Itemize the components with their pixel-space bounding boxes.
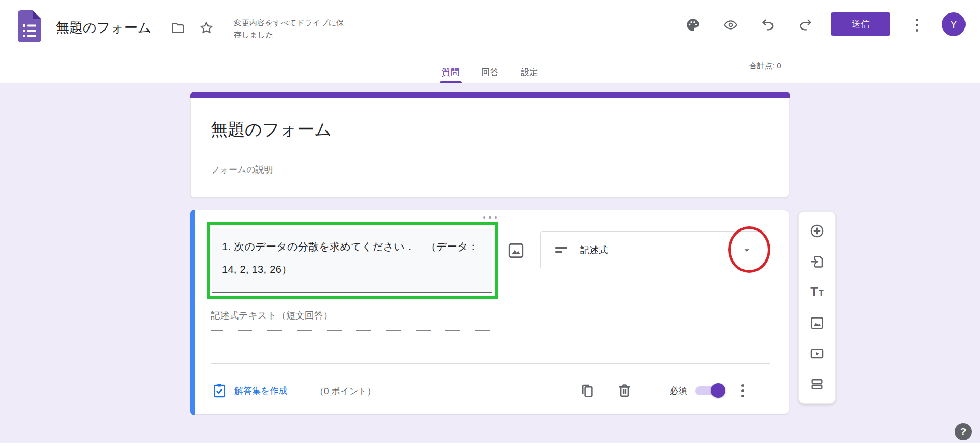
answer-preview-underline (211, 330, 493, 331)
redo-icon (798, 18, 813, 32)
star-icon (199, 20, 214, 36)
add-image-button[interactable] (809, 315, 825, 331)
folder-icon (171, 21, 185, 35)
toggle-knob (711, 383, 725, 398)
kebab-menu-icon (741, 384, 744, 397)
question-card: 1. 次のデータの分散を求めてください． （データ：14, 2, 13, 26）… (190, 210, 789, 414)
add-title-description-button[interactable]: TT (809, 284, 825, 300)
app-header: 無題のフォーム 変更内容をすべてドライブに保存しました (0, 0, 980, 83)
google-forms-editor: 無題のフォーム 変更内容をすべてドライブに保存しました (0, 0, 980, 448)
question-footer-divider (211, 363, 770, 364)
trash-icon (617, 383, 632, 398)
points-label: （0 ポイント） (315, 385, 376, 397)
form-description-input[interactable]: フォームの説明 (211, 164, 273, 176)
add-section-button[interactable] (809, 377, 825, 392)
preview-button[interactable] (723, 17, 738, 33)
form-title-card: 無題のフォーム フォームの説明 (190, 92, 789, 198)
form-title-input[interactable]: 無題のフォーム (211, 118, 332, 141)
undo-icon (761, 18, 775, 32)
redo-button[interactable] (798, 17, 813, 33)
tab-bar: 質問 回答 設定 (0, 56, 980, 83)
answer-preview-placeholder: 記述式テキスト（短文回答） (211, 309, 333, 322)
side-toolbar: TT (798, 211, 836, 404)
drag-dot (483, 216, 485, 219)
active-question-accent-bar (190, 210, 195, 415)
saved-status-text[interactable]: 変更内容をすべてドライブに保存しました (234, 17, 350, 41)
answer-key-checkbox-icon (212, 382, 227, 399)
question-actions: 必須 (578, 375, 750, 406)
import-questions-icon (810, 254, 824, 269)
required-toggle[interactable] (694, 383, 725, 398)
google-forms-logo-icon[interactable] (18, 10, 41, 42)
kebab-menu-icon (916, 19, 918, 32)
question-type-select[interactable]: 記述式 (540, 231, 766, 269)
eye-icon (723, 18, 738, 32)
move-to-folder-button[interactable] (170, 20, 186, 36)
required-label: 必須 (670, 385, 687, 397)
duplicate-icon (580, 383, 595, 398)
send-button[interactable]: 送信 (831, 12, 890, 36)
question-drag-handle[interactable] (191, 216, 789, 219)
theme-color-bar (190, 92, 790, 98)
tab-responses[interactable]: 回答 (477, 56, 503, 83)
image-icon (810, 316, 824, 330)
help-button[interactable]: ? (955, 423, 972, 440)
question-more-options-button[interactable] (735, 381, 750, 400)
customize-theme-button[interactable] (685, 17, 701, 33)
short-answer-icon (555, 245, 568, 255)
tab-settings[interactable]: 設定 (516, 56, 542, 83)
account-avatar[interactable]: Y (942, 12, 966, 36)
star-button[interactable] (198, 19, 215, 37)
delete-question-button[interactable] (615, 381, 634, 400)
image-icon (507, 242, 525, 259)
question-text: 1. 次のデータの分散を求めてください． （データ：14, 2, 13, 26） (222, 235, 482, 281)
text-title-icon: TT (810, 285, 823, 299)
add-question-button[interactable] (809, 223, 825, 239)
add-circle-icon (810, 224, 824, 238)
add-video-button[interactable] (809, 346, 825, 362)
section-icon (810, 377, 824, 392)
undo-button[interactable] (760, 17, 776, 33)
question-text-input[interactable]: 1. 次のデータの分散を求めてください． （データ：14, 2, 13, 26） (212, 228, 492, 293)
drag-dot (495, 216, 497, 219)
answer-key-button[interactable]: 解答集を作成 (212, 377, 287, 404)
chevron-down-icon[interactable] (741, 244, 752, 256)
video-icon (810, 346, 824, 361)
total-points-label: 合計点: 0 (749, 61, 781, 71)
header-more-options-button[interactable] (910, 17, 924, 33)
question-type-label: 記述式 (580, 244, 608, 256)
add-question-image-button[interactable] (506, 240, 526, 261)
tab-questions[interactable]: 質問 (438, 56, 464, 83)
actions-divider (656, 375, 656, 406)
import-questions-button[interactable] (809, 254, 825, 269)
drag-dot (489, 216, 491, 219)
palette-icon (686, 18, 700, 32)
duplicate-question-button[interactable] (578, 381, 597, 400)
answer-key-label: 解答集を作成 (234, 385, 287, 397)
header-form-title[interactable]: 無題のフォーム (56, 19, 151, 37)
